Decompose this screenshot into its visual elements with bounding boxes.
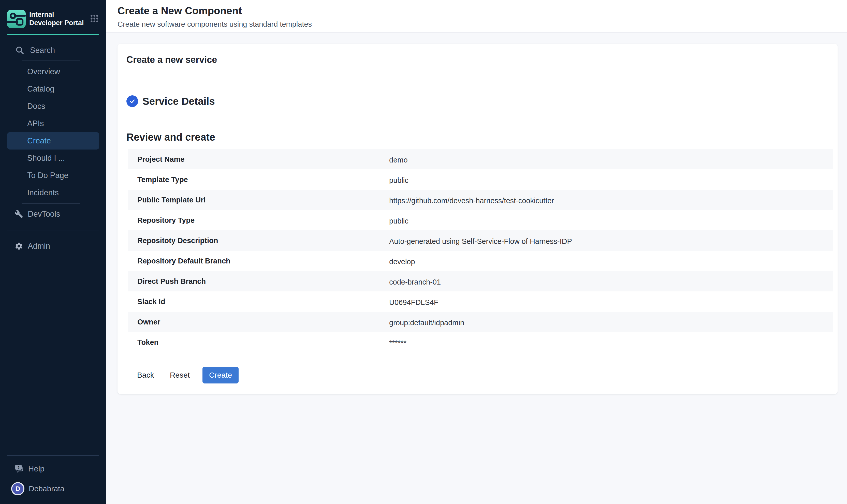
row-label: Repository Type xyxy=(128,216,389,224)
sidebar-item-catalog[interactable]: Catalog xyxy=(0,80,106,98)
admin-label: Admin xyxy=(28,241,50,251)
brand-title: Internal Developer Portal xyxy=(29,10,85,28)
step-service-details[interactable]: Service Details xyxy=(126,95,837,107)
bottom-divider xyxy=(7,455,99,456)
row-label: Owner xyxy=(128,318,389,326)
create-service-card: Create a new service Service Details Rev… xyxy=(118,44,837,394)
row-label: Repositoty Description xyxy=(128,236,389,245)
table-row: Repositoty Description Auto-generated us… xyxy=(128,230,833,251)
avatar-initial: D xyxy=(16,485,20,492)
create-button[interactable]: Create xyxy=(202,367,239,383)
search-icon xyxy=(15,46,24,55)
row-value: develop xyxy=(389,256,415,266)
nav-divider xyxy=(22,203,80,204)
review-title: Review and create xyxy=(126,131,837,143)
form-actions: Back Reset Create xyxy=(137,367,837,383)
table-row: Project Name demo xyxy=(128,149,833,169)
row-value: Auto-generated using Self-Service-Flow o… xyxy=(389,236,572,246)
table-row: Public Template Url https://github.com/d… xyxy=(128,190,833,210)
user-menu[interactable]: D Debabrata xyxy=(0,482,106,496)
page-header: Create a New Component Create new softwa… xyxy=(106,0,847,33)
sidebar-item-create[interactable]: Create xyxy=(7,132,99,149)
row-value: code-branch-01 xyxy=(389,276,441,286)
help-button[interactable]: ? Help xyxy=(0,461,106,476)
sidebar-item-should-i[interactable]: Should I ... xyxy=(0,149,106,167)
sidebar-item-docs[interactable]: Docs xyxy=(0,98,106,115)
back-button[interactable]: Back xyxy=(137,371,154,379)
help-chat-icon: ? xyxy=(15,464,24,473)
sidebar-nav: Overview Catalog Docs APIs Create Should… xyxy=(0,63,106,201)
table-row: Slack Id U0694FDLS4F xyxy=(128,291,833,312)
sidebar-item-devtools[interactable]: DevTools xyxy=(0,205,106,223)
row-label: Public Template Url xyxy=(128,196,389,204)
idp-logo-icon[interactable] xyxy=(7,10,26,28)
gear-icon xyxy=(15,242,23,251)
sidebar-item-admin[interactable]: Admin xyxy=(0,237,106,255)
card-title: Create a new service xyxy=(126,54,837,65)
wrench-icon xyxy=(15,210,23,218)
row-label: Slack Id xyxy=(128,298,389,306)
review-table: Project Name demo Template Type public P… xyxy=(128,149,833,353)
sidebar-item-overview[interactable]: Overview xyxy=(0,63,106,80)
table-row: Repository Default Branch develop xyxy=(128,251,833,271)
page-title: Create a New Component xyxy=(118,5,847,17)
row-value: ****** xyxy=(389,338,407,347)
row-value: U0694FDLS4F xyxy=(389,297,438,307)
sidebar-item-todo-page[interactable]: To Do Page xyxy=(0,167,106,184)
sidebar-spacer xyxy=(0,255,106,455)
table-row: Direct Push Branch code-branch-01 xyxy=(128,271,833,291)
user-name: Debabrata xyxy=(29,484,64,493)
table-row: Token ****** xyxy=(128,332,833,353)
step-title: Service Details xyxy=(142,96,215,107)
content-area: Create a new service Service Details Rev… xyxy=(106,33,847,504)
table-row: Template Type public xyxy=(128,169,833,190)
row-label: Direct Push Branch xyxy=(128,277,389,286)
devtools-label: DevTools xyxy=(28,210,60,219)
brand: Internal Developer Portal xyxy=(7,10,99,28)
row-label: Repository Default Branch xyxy=(128,257,389,265)
section-divider xyxy=(7,230,99,230)
row-value: demo xyxy=(389,154,408,164)
table-row: Repository Type public xyxy=(128,210,833,230)
sidebar-item-incidents[interactable]: Incidents xyxy=(0,184,106,201)
row-label: Token xyxy=(128,338,389,347)
page-subtitle: Create new software components using sta… xyxy=(118,20,847,29)
step-completed-check-icon xyxy=(126,95,138,107)
avatar: D xyxy=(11,482,24,496)
apps-grid-icon[interactable] xyxy=(90,14,99,23)
svg-text:?: ? xyxy=(17,465,20,470)
help-label: Help xyxy=(28,464,44,473)
sidebar: Internal Developer Portal Search Overvie… xyxy=(0,0,106,504)
sidebar-item-apis[interactable]: APIs xyxy=(0,115,106,132)
row-label: Template Type xyxy=(128,176,389,184)
row-label: Project Name xyxy=(128,155,389,163)
search-input[interactable]: Search xyxy=(0,44,106,57)
row-value: group:default/idpadmin xyxy=(389,317,464,327)
search-divider xyxy=(22,60,80,61)
row-value: public xyxy=(389,215,409,225)
search-placeholder: Search xyxy=(30,46,55,55)
reset-button[interactable]: Reset xyxy=(170,371,190,379)
row-value: https://github.com/devesh-harness/test-c… xyxy=(389,195,554,205)
row-value: public xyxy=(389,175,409,185)
brand-divider xyxy=(7,34,99,35)
main-area: Create a New Component Create new softwa… xyxy=(106,0,847,504)
table-row: Owner group:default/idpadmin xyxy=(128,312,833,332)
